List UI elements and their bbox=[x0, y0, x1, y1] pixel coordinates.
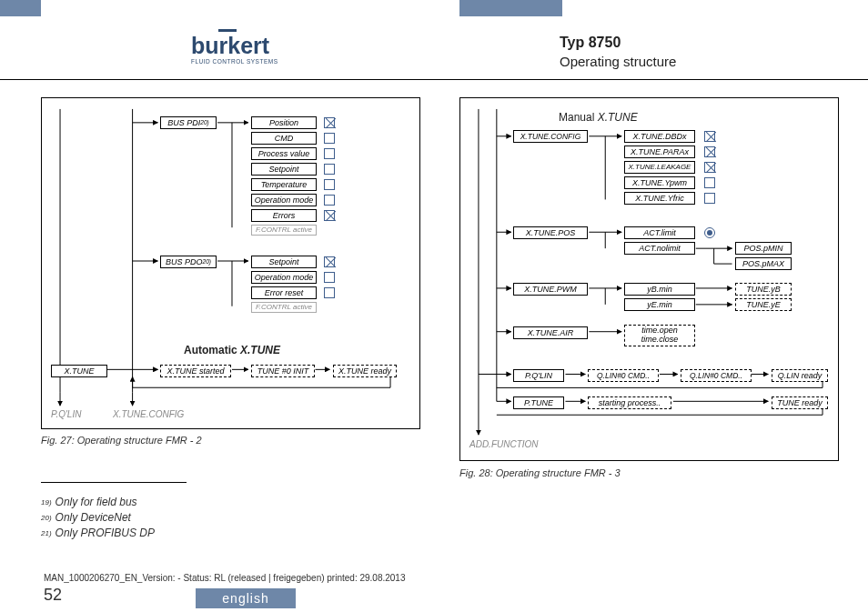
page-number: 52 bbox=[44, 586, 62, 605]
header: burkert FLUID CONTROL SYSTEMS Typ 8750 O… bbox=[0, 0, 868, 82]
add-function-label: ADD.FUNCTION bbox=[469, 439, 539, 449]
manual-label: Manual bbox=[559, 111, 598, 124]
fn-text: Only for field bus bbox=[56, 496, 137, 508]
manual-xtune-it: X.TUNE bbox=[598, 111, 638, 124]
pdi-temperature: Temperature bbox=[251, 178, 317, 191]
checkbox-empty-icon bbox=[324, 133, 335, 144]
checkbox-empty-icon bbox=[324, 164, 335, 175]
checkbox-empty-icon bbox=[324, 272, 335, 283]
pqlin-label: P.Q'LIN bbox=[51, 409, 81, 419]
bus-pdi-node: BUS PDI20) bbox=[160, 116, 217, 129]
doc-subtitle: Operating structure bbox=[560, 54, 676, 69]
pdi-errors: Errors bbox=[251, 209, 317, 222]
qlin-ready-node: Q.LIN ready bbox=[772, 369, 828, 382]
fig28-caption: Fig. 28: Operating structure FMR - 3 bbox=[459, 467, 621, 478]
tune-ready-node: TUNE ready bbox=[772, 396, 828, 409]
qlin0b-node: Q.LIN#0 CMD.. bbox=[681, 369, 752, 382]
pdo-error-reset: Error reset bbox=[251, 286, 317, 299]
figure-28-panel: Manual X.TUNE X.TUNE.CONFIG X.TUNE.DBDx … bbox=[459, 97, 839, 461]
xtune-config-label: X.TUNE.CONFIG bbox=[113, 409, 184, 419]
radio-selected-icon bbox=[704, 227, 715, 238]
time-node: time.open time.close bbox=[624, 325, 695, 346]
bus-pdo-sup: 20) bbox=[203, 259, 211, 266]
qlin0a-node: Q.LIN#0 CMD.. bbox=[588, 369, 659, 382]
leakage-node: X.TUNE.LEAKAGE bbox=[624, 161, 695, 174]
bus-pdi-sup: 20) bbox=[200, 120, 208, 126]
tune0-node: TUNE #0 INIT bbox=[251, 365, 315, 377]
bus-pdo-text: BUS PDO bbox=[166, 258, 203, 266]
checkbox-empty-icon bbox=[704, 177, 715, 188]
fn-num: 20) bbox=[41, 514, 52, 522]
brand-tagline: FLUID CONTROL SYSTEMS bbox=[191, 58, 278, 65]
xtune-node: X.TUNE bbox=[51, 365, 107, 377]
fn-num: 21) bbox=[41, 529, 52, 537]
checkbox-empty-icon bbox=[324, 179, 335, 190]
pos-pmin-node: POS.pMIN bbox=[735, 242, 792, 255]
fig27-arrows bbox=[42, 98, 419, 428]
xtune-pwm-node: X.TUNE.PWM bbox=[513, 283, 588, 296]
footnote-rule bbox=[41, 482, 187, 483]
xtune-config-node: X.TUNE.CONFIG bbox=[513, 130, 588, 143]
footnote-20: 20)Only DeviceNet bbox=[41, 511, 131, 524]
xtune-air-node: X.TUNE.AIR bbox=[513, 326, 588, 339]
pdo-foot: F.CONTRL active bbox=[251, 302, 317, 313]
accent-bar-right bbox=[459, 0, 562, 16]
fn-text: Only DeviceNet bbox=[56, 511, 131, 524]
xtune-pos-node: X.TUNE.POS bbox=[513, 226, 588, 239]
checkbox-empty-icon bbox=[324, 287, 335, 298]
yfric-node: X.TUNE.Yfric bbox=[624, 192, 695, 205]
dbdx-node: X.TUNE.DBDx bbox=[624, 130, 695, 143]
xtune-ready-node: X.TUNE ready bbox=[333, 365, 397, 377]
doc-title-block: Typ 8750 Operating structure bbox=[560, 35, 676, 69]
checkbox-x-icon bbox=[324, 256, 335, 267]
accent-bar-left bbox=[0, 0, 41, 16]
brand-logo: burkert FLUID CONTROL SYSTEMS bbox=[191, 35, 278, 65]
act-limit-node: ACT.limit bbox=[624, 226, 695, 239]
bus-pdi-text: BUS PDI bbox=[167, 119, 200, 127]
pqlin-node: P.Q'LIN bbox=[513, 369, 564, 382]
pdi-cmd: CMD bbox=[251, 132, 317, 145]
act-nolimit-node: ACT.nolimit bbox=[624, 242, 695, 255]
pdo-setpoint: Setpoint bbox=[251, 256, 317, 268]
fig27-caption: Fig. 27: Operating structure FMR - 2 bbox=[41, 435, 202, 446]
automatic-label: Automatic bbox=[184, 344, 240, 356]
automatic-xtune-it: X.TUNE bbox=[240, 344, 280, 356]
automatic-xtune-heading: Automatic X.TUNE bbox=[184, 344, 280, 356]
checkbox-x-icon bbox=[324, 117, 335, 128]
tune-ye-node: TUNE.yE bbox=[735, 298, 792, 311]
tune-yb-node: TUNE.yB bbox=[735, 283, 792, 296]
pos-pmax-node: POS.pMAX bbox=[735, 257, 792, 270]
checkbox-x-icon bbox=[704, 146, 715, 157]
header-rule bbox=[0, 79, 868, 80]
checkbox-x-icon bbox=[704, 131, 715, 142]
doc-title: Typ 8750 bbox=[560, 35, 676, 51]
fn-text: Only PROFIBUS DP bbox=[56, 527, 155, 539]
brand-name: burkert bbox=[191, 35, 269, 57]
checkbox-empty-icon bbox=[704, 193, 715, 204]
checkbox-empty-icon bbox=[324, 195, 335, 206]
parax-node: X.TUNE.PARAx bbox=[624, 145, 695, 158]
doc-footer-id: MAN_1000206270_EN_Version: - Status: RL … bbox=[44, 573, 406, 583]
ye-min-node: yE.min bbox=[624, 298, 695, 311]
bus-pdo-node: BUS PDO20) bbox=[160, 256, 217, 268]
manual-xtune-heading: Manual X.TUNE bbox=[559, 111, 638, 124]
pdi-foot: F.CONTRL active bbox=[251, 225, 317, 236]
figure-27-panel: BUS PDI20) Position CMD Process value Se… bbox=[41, 97, 420, 429]
checkbox-empty-icon bbox=[324, 148, 335, 159]
pdi-position: Position bbox=[251, 116, 317, 129]
xtune-started-node: X.TUNE started bbox=[160, 365, 231, 377]
footnote-21: 21)Only PROFIBUS DP bbox=[41, 527, 155, 539]
checkbox-x-icon bbox=[704, 162, 715, 173]
fn-num: 19) bbox=[41, 498, 52, 507]
ptune-node: P.TUNE bbox=[513, 396, 564, 409]
ypwm-node: X.TUNE.Ypwm bbox=[624, 176, 695, 189]
starting-node: starting process.. bbox=[588, 396, 671, 409]
yb-min-node: yB.min bbox=[624, 283, 695, 296]
pdo-operation-mode: Operation mode bbox=[251, 271, 317, 284]
pdi-operation-mode: Operation mode bbox=[251, 194, 317, 206]
language-bar: english bbox=[196, 588, 296, 608]
checkbox-x-icon bbox=[324, 210, 335, 221]
time-close-text: time.close bbox=[641, 336, 679, 345]
footnote-19: 19)Only for field bus bbox=[41, 496, 137, 508]
pdi-process-value: Process value bbox=[251, 147, 317, 160]
